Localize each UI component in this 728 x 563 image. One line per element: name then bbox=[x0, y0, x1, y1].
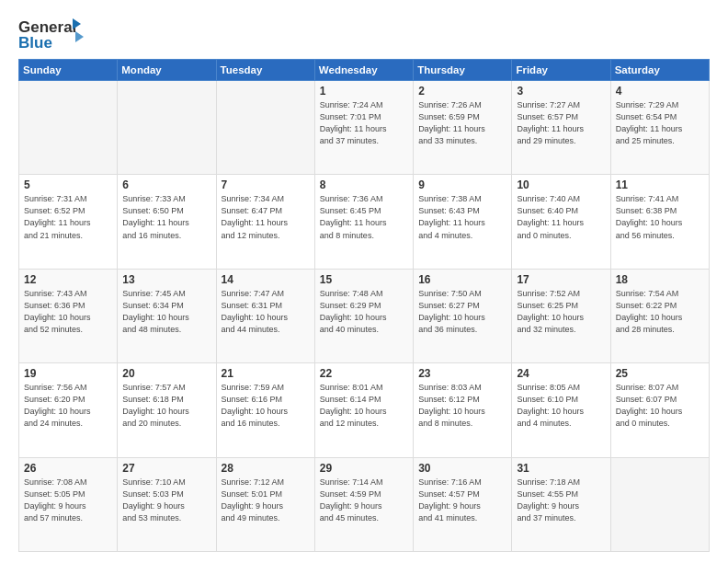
calendar-cell: 31Sunrise: 7:18 AMSunset: 4:55 PMDayligh… bbox=[512, 457, 610, 551]
day-number: 1 bbox=[320, 85, 408, 98]
day-number: 5 bbox=[24, 178, 112, 191]
day-detail: Sunrise: 7:16 AMSunset: 4:57 PMDaylight:… bbox=[418, 477, 506, 524]
calendar-cell: 27Sunrise: 7:10 AMSunset: 5:03 PMDayligh… bbox=[118, 457, 216, 551]
calendar-cell: 28Sunrise: 7:12 AMSunset: 5:01 PMDayligh… bbox=[216, 457, 314, 551]
weekday-friday: Friday bbox=[512, 60, 610, 81]
week-row-4: 19Sunrise: 7:56 AMSunset: 6:20 PMDayligh… bbox=[19, 363, 710, 457]
calendar-cell: 15Sunrise: 7:48 AMSunset: 6:29 PMDayligh… bbox=[314, 269, 413, 362]
calendar-cell: 26Sunrise: 7:08 AMSunset: 5:05 PMDayligh… bbox=[19, 457, 118, 551]
day-number: 28 bbox=[222, 462, 310, 475]
day-number: 22 bbox=[320, 367, 408, 380]
day-number: 30 bbox=[418, 462, 506, 475]
day-detail: Sunrise: 7:47 AMSunset: 6:31 PMDaylight:… bbox=[222, 288, 310, 336]
calendar-cell: 9Sunrise: 7:38 AMSunset: 6:43 PMDaylight… bbox=[414, 175, 512, 269]
day-detail: Sunrise: 7:29 AMSunset: 6:54 PMDaylight:… bbox=[616, 99, 704, 147]
calendar-cell: 30Sunrise: 7:16 AMSunset: 4:57 PMDayligh… bbox=[414, 457, 512, 551]
calendar-cell: 8Sunrise: 7:36 AMSunset: 6:45 PMDaylight… bbox=[314, 175, 413, 269]
day-number: 13 bbox=[122, 273, 210, 286]
day-number: 6 bbox=[122, 178, 210, 191]
day-number: 20 bbox=[122, 367, 210, 380]
day-detail: Sunrise: 7:24 AMSunset: 7:01 PMDaylight:… bbox=[320, 99, 408, 147]
calendar-cell: 4Sunrise: 7:29 AMSunset: 6:54 PMDaylight… bbox=[610, 81, 709, 175]
calendar-cell bbox=[118, 81, 216, 175]
calendar-cell: 16Sunrise: 7:50 AMSunset: 6:27 PMDayligh… bbox=[414, 269, 512, 362]
calendar-cell bbox=[216, 81, 314, 175]
day-number: 25 bbox=[616, 367, 704, 380]
calendar-cell: 2Sunrise: 7:26 AMSunset: 6:59 PMDaylight… bbox=[414, 81, 512, 175]
logo-graphic: GeneralBlue bbox=[18, 17, 87, 52]
day-number: 26 bbox=[24, 462, 112, 475]
calendar-table: SundayMondayTuesdayWednesdayThursdayFrid… bbox=[18, 59, 710, 552]
svg-marker-2 bbox=[73, 18, 81, 29]
week-row-3: 12Sunrise: 7:43 AMSunset: 6:36 PMDayligh… bbox=[19, 269, 710, 362]
day-detail: Sunrise: 7:52 AMSunset: 6:25 PMDaylight:… bbox=[517, 288, 605, 336]
day-number: 15 bbox=[320, 273, 408, 286]
day-detail: Sunrise: 7:36 AMSunset: 6:45 PMDaylight:… bbox=[320, 193, 408, 241]
day-number: 3 bbox=[517, 85, 605, 98]
header: GeneralBlue bbox=[18, 17, 710, 52]
day-number: 19 bbox=[24, 367, 112, 380]
calendar-cell: 13Sunrise: 7:45 AMSunset: 6:34 PMDayligh… bbox=[118, 269, 216, 362]
day-number: 23 bbox=[418, 367, 506, 380]
calendar-cell: 11Sunrise: 7:41 AMSunset: 6:38 PMDayligh… bbox=[610, 175, 709, 269]
day-detail: Sunrise: 7:43 AMSunset: 6:36 PMDaylight:… bbox=[24, 288, 112, 336]
day-number: 9 bbox=[418, 178, 506, 191]
weekday-monday: Monday bbox=[118, 60, 216, 81]
day-number: 11 bbox=[616, 178, 704, 191]
day-detail: Sunrise: 7:40 AMSunset: 6:40 PMDaylight:… bbox=[517, 193, 605, 241]
day-detail: Sunrise: 7:45 AMSunset: 6:34 PMDaylight:… bbox=[122, 288, 210, 336]
calendar-cell: 23Sunrise: 8:03 AMSunset: 6:12 PMDayligh… bbox=[414, 363, 512, 457]
week-row-2: 5Sunrise: 7:31 AMSunset: 6:52 PMDaylight… bbox=[19, 175, 710, 269]
day-detail: Sunrise: 7:54 AMSunset: 6:22 PMDaylight:… bbox=[616, 288, 704, 336]
day-number: 24 bbox=[517, 367, 605, 380]
day-detail: Sunrise: 7:48 AMSunset: 6:29 PMDaylight:… bbox=[320, 288, 408, 336]
calendar-cell: 17Sunrise: 7:52 AMSunset: 6:25 PMDayligh… bbox=[512, 269, 610, 362]
day-number: 2 bbox=[418, 85, 506, 98]
page: GeneralBlue SundayMondayTuesdayWednesday… bbox=[0, 0, 728, 563]
day-number: 21 bbox=[222, 367, 310, 380]
day-detail: Sunrise: 8:01 AMSunset: 6:14 PMDaylight:… bbox=[320, 382, 408, 430]
day-detail: Sunrise: 7:57 AMSunset: 6:18 PMDaylight:… bbox=[122, 382, 210, 430]
svg-marker-3 bbox=[75, 31, 84, 42]
day-number: 10 bbox=[517, 178, 605, 191]
calendar-cell: 1Sunrise: 7:24 AMSunset: 7:01 PMDaylight… bbox=[314, 81, 413, 175]
calendar-cell: 24Sunrise: 8:05 AMSunset: 6:10 PMDayligh… bbox=[512, 363, 610, 457]
day-detail: Sunrise: 7:50 AMSunset: 6:27 PMDaylight:… bbox=[418, 288, 506, 336]
svg-text:Blue: Blue bbox=[18, 34, 52, 52]
calendar-cell: 3Sunrise: 7:27 AMSunset: 6:57 PMDaylight… bbox=[512, 81, 610, 175]
day-detail: Sunrise: 7:26 AMSunset: 6:59 PMDaylight:… bbox=[418, 99, 506, 147]
calendar-cell bbox=[19, 81, 118, 175]
day-number: 7 bbox=[222, 178, 310, 191]
day-detail: Sunrise: 7:14 AMSunset: 4:59 PMDaylight:… bbox=[320, 477, 408, 524]
calendar-cell bbox=[610, 457, 709, 551]
calendar-cell: 5Sunrise: 7:31 AMSunset: 6:52 PMDaylight… bbox=[19, 175, 118, 269]
day-detail: Sunrise: 8:05 AMSunset: 6:10 PMDaylight:… bbox=[517, 382, 605, 430]
day-detail: Sunrise: 8:03 AMSunset: 6:12 PMDaylight:… bbox=[418, 382, 506, 430]
day-detail: Sunrise: 7:56 AMSunset: 6:20 PMDaylight:… bbox=[24, 382, 112, 430]
day-detail: Sunrise: 7:27 AMSunset: 6:57 PMDaylight:… bbox=[517, 99, 605, 147]
day-detail: Sunrise: 7:31 AMSunset: 6:52 PMDaylight:… bbox=[24, 193, 112, 241]
day-detail: Sunrise: 7:33 AMSunset: 6:50 PMDaylight:… bbox=[122, 193, 210, 241]
calendar-cell: 6Sunrise: 7:33 AMSunset: 6:50 PMDaylight… bbox=[118, 175, 216, 269]
day-detail: Sunrise: 7:10 AMSunset: 5:03 PMDaylight:… bbox=[122, 477, 210, 524]
calendar-cell: 10Sunrise: 7:40 AMSunset: 6:40 PMDayligh… bbox=[512, 175, 610, 269]
logo: GeneralBlue bbox=[18, 17, 87, 52]
calendar-cell: 14Sunrise: 7:47 AMSunset: 6:31 PMDayligh… bbox=[216, 269, 314, 362]
weekday-header-row: SundayMondayTuesdayWednesdayThursdayFrid… bbox=[19, 60, 710, 81]
day-detail: Sunrise: 7:41 AMSunset: 6:38 PMDaylight:… bbox=[616, 193, 704, 241]
day-number: 12 bbox=[24, 273, 112, 286]
day-number: 8 bbox=[320, 178, 408, 191]
week-row-1: 1Sunrise: 7:24 AMSunset: 7:01 PMDaylight… bbox=[19, 81, 710, 175]
day-detail: Sunrise: 7:18 AMSunset: 4:55 PMDaylight:… bbox=[517, 477, 605, 524]
weekday-tuesday: Tuesday bbox=[216, 60, 314, 81]
calendar-cell: 19Sunrise: 7:56 AMSunset: 6:20 PMDayligh… bbox=[19, 363, 118, 457]
day-number: 4 bbox=[616, 85, 704, 98]
day-number: 14 bbox=[222, 273, 310, 286]
day-detail: Sunrise: 7:34 AMSunset: 6:47 PMDaylight:… bbox=[222, 193, 310, 241]
day-detail: Sunrise: 7:38 AMSunset: 6:43 PMDaylight:… bbox=[418, 193, 506, 241]
calendar-cell: 20Sunrise: 7:57 AMSunset: 6:18 PMDayligh… bbox=[118, 363, 216, 457]
day-detail: Sunrise: 8:07 AMSunset: 6:07 PMDaylight:… bbox=[616, 382, 704, 430]
day-number: 29 bbox=[320, 462, 408, 475]
calendar-cell: 25Sunrise: 8:07 AMSunset: 6:07 PMDayligh… bbox=[610, 363, 709, 457]
day-number: 18 bbox=[616, 273, 704, 286]
